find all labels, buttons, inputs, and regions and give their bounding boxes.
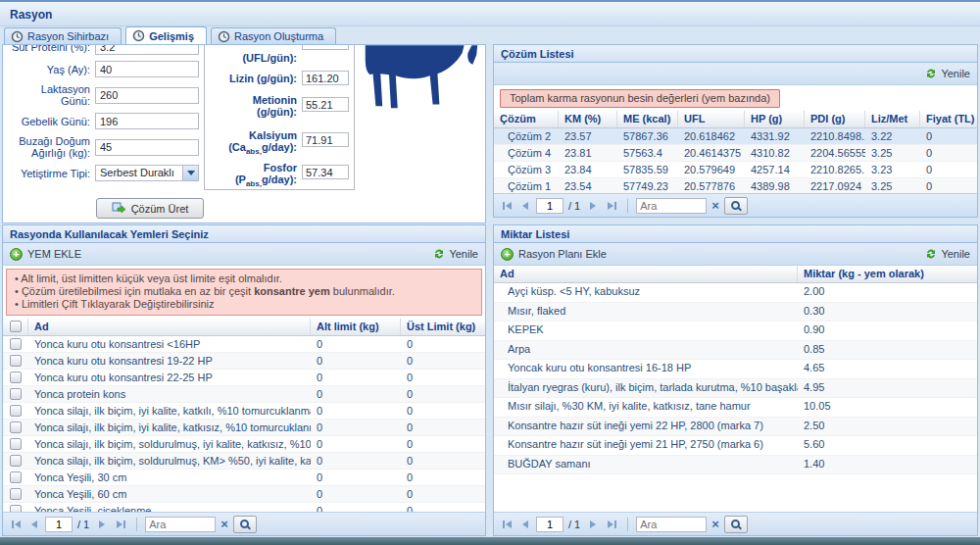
column-header[interactable]: KM (%) [559,111,617,127]
feed-row[interactable]: Yonca kuru otu konsantresi 19-22 HP 0 0 [3,353,485,370]
amount-row[interactable]: İtalyan ryegras (kuru), ilk biçim, tarla… [494,379,977,399]
field-input[interactable] [95,139,199,156]
feed-row[interactable]: Yonca kuru otu konsantresi 22-25 HP 0 0 [3,370,485,386]
feed-row[interactable]: Yonca Yeşili, 30 cm 0 0 [3,470,485,486]
first-page-button[interactable] [499,517,514,532]
column-header[interactable]: Liz/Met [865,111,920,127]
lizin-input[interactable] [302,71,349,85]
column-header[interactable]: PDI (g) [805,111,865,127]
amount-row[interactable]: Mısır, flaked 0.30 [494,303,977,322]
column-header[interactable]: Ad [28,319,311,335]
search-input[interactable] [636,517,707,532]
prev-page-button[interactable] [26,517,42,532]
row-checkbox[interactable] [3,370,28,385]
column-header[interactable]: Ad [494,266,798,282]
page-number-input[interactable] [45,517,73,532]
field-input[interactable] [95,61,199,77]
refresh-button[interactable]: Yenile [433,248,478,260]
amount-row[interactable]: BUĞDAY samanı 1.40 [494,456,977,475]
page-title: Rasyon [0,0,980,26]
row-checkbox[interactable] [3,420,28,435]
search-button[interactable] [724,197,748,215]
column-header[interactable]: ME (kcal) [617,111,678,127]
add-feed-button[interactable]: + YEM EKLE [10,248,81,261]
refresh-button[interactable]: Yenile [925,248,970,260]
select-trigger[interactable] [182,165,199,181]
last-page-button[interactable] [113,517,128,532]
row-checkbox[interactable] [3,453,28,469]
first-page-button[interactable] [8,517,24,532]
row-checkbox[interactable] [3,503,28,512]
fosfor-input[interactable] [302,165,349,179]
clear-search-icon[interactable]: × [710,517,721,531]
column-header[interactable]: Alt limit (kg) [311,319,401,335]
ufl-input[interactable] [302,45,349,50]
metionin-input[interactable] [302,97,349,112]
row-checkbox[interactable] [3,386,28,402]
sut-proteini-input[interactable] [95,45,199,55]
solution-row[interactable]: Çözüm 4 23.81 57563.4 20.4614375 4310.82… [494,145,977,162]
feed-row[interactable]: Yonca silajı, ilk biçim, soldurulmuş, iy… [3,436,485,453]
search-input[interactable] [636,198,707,214]
search-button[interactable] [724,516,748,533]
feed-row[interactable]: Yonca silajı, ilk biçim, iyi kalite, kat… [3,403,485,420]
tab[interactable]: Gelişmiş [125,26,207,44]
solutions-grid-header: Çözüm KM (%) ME (kcal) UFL HP (g) PDI (g… [494,111,977,128]
solution-row[interactable]: Çözüm 1 23.54 57749.23 20.577876 4389.98… [494,178,977,193]
search-button[interactable] [233,516,257,533]
row-checkbox[interactable] [3,403,28,419]
amount-row[interactable]: Mısır silajı, %30 KM, iyi kalite, katkıs… [494,398,977,418]
column-header[interactable]: Fiyat (TL) [920,111,977,127]
row-checkbox[interactable] [3,353,28,369]
next-page-button[interactable] [585,517,601,532]
clear-search-icon[interactable]: × [219,517,230,531]
column-header[interactable]: Çözüm [494,111,559,127]
amount-row[interactable]: Konsantre hazır süt ineği yemi 22 HP, 28… [494,418,977,437]
amount-row[interactable]: Arpa 0.85 [494,341,977,361]
clear-search-icon[interactable]: × [710,198,721,213]
feed-row[interactable]: Yonca silajı, ilk biçim, soldurulmuş, KM… [3,453,485,470]
wizard-clock-icon [11,30,24,43]
select-all-checkbox[interactable] [3,319,28,335]
page-number-input[interactable] [536,198,564,214]
page-count-label: / 1 [568,519,580,530]
row-checkbox[interactable] [3,436,28,452]
feed-row[interactable]: Yonca Yeşili, 60 cm 0 0 [3,486,485,503]
amount-row[interactable]: Konsantre hazır süt ineği yemi 21 HP, 27… [494,436,977,456]
feed-row[interactable]: Yonca Yeşili, çiçeklenme 0 0 [3,503,485,512]
amount-row[interactable]: Yoncak kuru otu konsantresi 16-18 HP 4.6… [494,360,977,379]
panels-area: Süt Proteini (%): Yaş (Ay): Laktasyon Gü… [0,44,980,537]
generate-solution-button[interactable]: Çözüm Üret [96,198,204,219]
column-header[interactable]: HP (g) [745,111,805,127]
next-page-button[interactable] [94,517,110,532]
solution-row[interactable]: Çözüm 2 23.57 57867.36 20.618462 4331.92… [494,128,977,145]
amount-row[interactable]: Ayçi küsp. <5 HY, kabuksuz 2.00 [494,283,977,303]
tab[interactable]: Rasyon Sihirbazı [4,27,122,44]
prev-page-button[interactable] [517,517,533,532]
add-ration-plan-button[interactable]: + Rasyon Planı Ekle [501,248,607,261]
yetistirme-tipi-select[interactable]: Serbest Duraklı [95,165,199,181]
row-checkbox[interactable] [3,336,28,352]
field-input[interactable] [95,87,199,104]
amount-row[interactable]: KEPEK 0.90 [494,322,977,341]
page-number-input[interactable] [536,517,564,532]
last-page-button[interactable] [604,517,619,532]
last-page-button[interactable] [604,198,619,214]
column-header[interactable]: UFL [678,111,745,127]
next-page-button[interactable] [585,198,601,214]
feed-row[interactable]: Yonca kuru otu konsantresi <16HP 0 0 [3,336,485,353]
first-page-button[interactable] [499,198,514,214]
field-input[interactable] [95,113,199,129]
row-checkbox[interactable] [3,470,28,485]
search-input[interactable] [145,517,216,532]
tab[interactable]: Rasyon Oluşturma [211,27,336,44]
feed-row[interactable]: Yonca protein kons 0 0 [3,386,485,403]
kalsiyum-input[interactable] [302,132,349,147]
row-checkbox[interactable] [3,486,28,502]
feed-row[interactable]: Yonca silajı, ilk biçim, iyi kalite, kat… [3,420,485,436]
refresh-button[interactable]: Yenile [925,68,970,79]
solution-row[interactable]: Çözüm 3 23.84 57835.59 20.579649 4257.14… [494,162,977,178]
column-header[interactable]: Miktar (kg - yem olarak) [798,266,977,282]
column-header[interactable]: Üst Limit (kg) [401,319,485,335]
prev-page-button[interactable] [517,198,533,214]
